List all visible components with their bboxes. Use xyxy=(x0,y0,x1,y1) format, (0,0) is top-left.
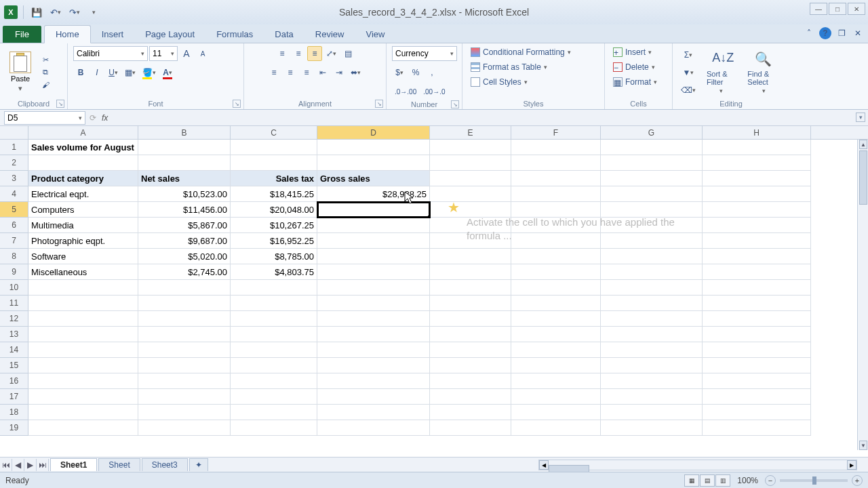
column-header-A[interactable]: A xyxy=(28,126,138,139)
cell-E4[interactable] xyxy=(430,186,511,202)
comma-icon[interactable]: , xyxy=(425,65,439,80)
cell-B3[interactable]: Net sales xyxy=(138,171,231,186)
row-header-7[interactable]: 7 xyxy=(0,233,28,249)
cell-C13[interactable] xyxy=(231,327,317,342)
sort-filter-button[interactable]: A↓Z Sort & Filter▾ xyxy=(703,49,739,96)
cell-F17[interactable] xyxy=(511,389,601,405)
sheet-tab-3[interactable]: Sheet3 xyxy=(142,458,188,471)
cell-G3[interactable] xyxy=(601,171,703,186)
tab-file[interactable]: File xyxy=(3,26,41,43)
increase-font-icon[interactable]: A xyxy=(179,46,194,61)
cell-C15[interactable] xyxy=(231,358,317,373)
cell-F12[interactable] xyxy=(511,311,601,327)
cell-B17[interactable] xyxy=(138,389,231,405)
tab-page-layout[interactable]: Page Layout xyxy=(134,26,205,43)
bold-button[interactable]: B xyxy=(73,65,88,80)
cell-H7[interactable] xyxy=(703,233,811,249)
cell-B12[interactable] xyxy=(138,311,231,327)
cell-B9[interactable]: $2,745.00 xyxy=(138,264,231,280)
percent-icon[interactable]: % xyxy=(408,65,423,80)
cell-H19[interactable] xyxy=(703,420,811,436)
cell-H14[interactable] xyxy=(703,342,811,358)
cell-C10[interactable] xyxy=(231,280,317,296)
cell-G16[interactable] xyxy=(601,373,703,389)
cell-H10[interactable] xyxy=(703,280,811,296)
cell-A18[interactable] xyxy=(28,405,138,420)
cell-F2[interactable] xyxy=(511,155,601,171)
cell-A8[interactable]: Software xyxy=(28,249,138,264)
cell-D3[interactable]: Gross sales xyxy=(317,171,430,186)
merge-center-icon[interactable]: ⬌▾ xyxy=(348,65,363,80)
zoom-in-button[interactable]: + xyxy=(852,475,863,486)
cell-H3[interactable] xyxy=(703,171,811,186)
cell-G4[interactable] xyxy=(601,186,703,202)
italic-button[interactable]: I xyxy=(90,65,104,80)
cell-A3[interactable]: Product category xyxy=(28,171,138,186)
cell-E15[interactable] xyxy=(430,358,511,373)
cell-G2[interactable] xyxy=(601,155,703,171)
row-header-6[interactable]: 6 xyxy=(0,218,28,233)
row-header-8[interactable]: 8 xyxy=(0,249,28,264)
cell-A9[interactable]: Miscellaneous xyxy=(28,264,138,280)
cell-C1[interactable] xyxy=(231,140,317,155)
tab-review[interactable]: Review xyxy=(304,26,355,43)
find-select-button[interactable]: 🔍 Find & Select▾ xyxy=(743,49,784,96)
maximize-button[interactable]: □ xyxy=(829,3,846,15)
cell-F4[interactable] xyxy=(511,186,601,202)
cell-A13[interactable] xyxy=(28,327,138,342)
cell-B10[interactable] xyxy=(138,280,231,296)
cell-D1[interactable] xyxy=(317,140,430,155)
format-as-table-button[interactable]: Format as Table▾ xyxy=(468,61,550,73)
tab-view[interactable]: View xyxy=(355,26,395,43)
column-header-C[interactable]: C xyxy=(231,126,317,139)
cell-G9[interactable] xyxy=(601,264,703,280)
cell-E3[interactable] xyxy=(430,171,511,186)
align-bottom-icon[interactable]: ≡ xyxy=(307,46,322,61)
column-header-D[interactable]: D xyxy=(317,126,430,139)
cell-F11[interactable] xyxy=(511,296,601,311)
cell-F16[interactable] xyxy=(511,373,601,389)
cell-F14[interactable] xyxy=(511,342,601,358)
cell-C6[interactable]: $10,267.25 xyxy=(231,218,317,233)
scroll-up-icon[interactable]: ▲ xyxy=(859,140,867,149)
zoom-out-button[interactable]: − xyxy=(765,475,776,486)
cell-C2[interactable] xyxy=(231,155,317,171)
cell-C16[interactable] xyxy=(231,373,317,389)
cell-A17[interactable] xyxy=(28,389,138,405)
column-header-E[interactable]: E xyxy=(430,126,511,139)
cell-F9[interactable] xyxy=(511,264,601,280)
cell-D11[interactable] xyxy=(317,296,430,311)
cell-H12[interactable] xyxy=(703,311,811,327)
align-top-icon[interactable]: ≡ xyxy=(275,46,290,61)
tab-insert[interactable]: Insert xyxy=(91,26,135,43)
cell-D10[interactable] xyxy=(317,280,430,296)
cell-E19[interactable] xyxy=(430,420,511,436)
clear-icon[interactable]: ⌫▾ xyxy=(678,83,698,98)
view-page-layout-icon[interactable]: ▤ xyxy=(700,474,715,487)
cell-D7[interactable] xyxy=(317,233,430,249)
cell-D12[interactable] xyxy=(317,311,430,327)
cut-icon[interactable]: ✂ xyxy=(39,55,52,66)
currency-icon[interactable]: $▾ xyxy=(392,65,407,80)
help-icon[interactable]: ? xyxy=(819,27,831,39)
sheet-tab-1[interactable]: Sheet1 xyxy=(50,458,97,471)
wrap-text-icon[interactable]: ▤ xyxy=(340,46,355,61)
spreadsheet-grid[interactable]: ABCDEFGH 1Sales volume for August23Produ… xyxy=(0,126,868,450)
cell-H2[interactable] xyxy=(703,155,811,171)
horizontal-scrollbar[interactable]: ◀ ▶ xyxy=(538,460,857,470)
paste-button[interactable]: Paste ▾ xyxy=(5,50,35,94)
column-header-G[interactable]: G xyxy=(601,126,703,139)
orientation-icon[interactable]: ⤢▾ xyxy=(323,46,339,61)
cell-E8[interactable] xyxy=(430,249,511,264)
cell-B7[interactable]: $9,687.00 xyxy=(138,233,231,249)
cell-A16[interactable] xyxy=(28,373,138,389)
cell-A11[interactable] xyxy=(28,296,138,311)
cell-B1[interactable] xyxy=(138,140,231,155)
new-sheet-icon[interactable]: ✦ xyxy=(189,458,208,471)
vertical-scrollbar[interactable]: ▲ ▼ xyxy=(857,140,868,450)
cell-styles-button[interactable]: Cell Styles▾ xyxy=(468,76,530,88)
view-page-break-icon[interactable]: ▥ xyxy=(715,474,730,487)
cell-H17[interactable] xyxy=(703,389,811,405)
insert-cells-button[interactable]: +Insert▾ xyxy=(610,46,654,58)
sheet-nav-prev-icon[interactable]: ◀ xyxy=(12,459,24,471)
